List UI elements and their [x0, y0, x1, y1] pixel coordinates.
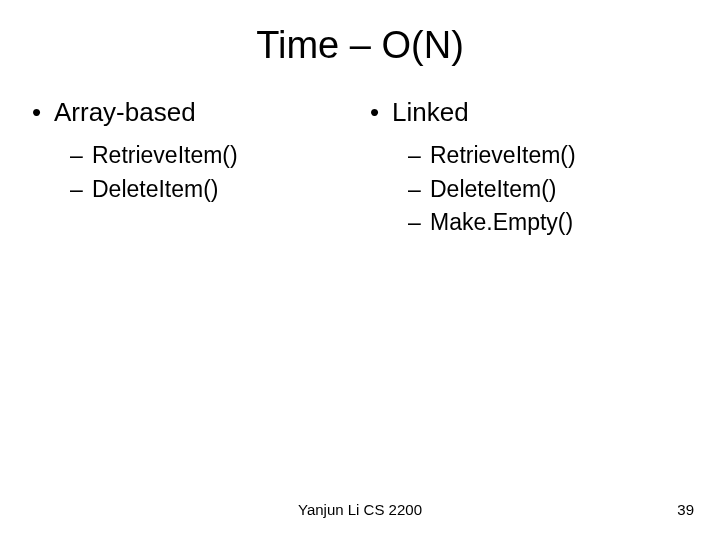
- subitem-text: RetrieveItem(): [92, 142, 238, 169]
- subitem-makeempty-right: – Make.Empty(): [408, 209, 688, 237]
- slide-title: Time – O(N): [0, 0, 720, 91]
- dash-icon: –: [408, 142, 430, 170]
- dash-icon: –: [408, 209, 430, 237]
- heading-array-based: Array-based: [54, 97, 196, 128]
- footer-page-number: 39: [677, 501, 694, 518]
- dash-icon: –: [408, 176, 430, 204]
- subitem-delete-left: – DeleteItem(): [70, 176, 350, 204]
- bullet-dot-icon: •: [370, 97, 392, 125]
- subitem-retrieve-right: – RetrieveItem(): [408, 142, 688, 170]
- dash-icon: –: [70, 176, 92, 204]
- footer-author: Yanjun Li CS 2200: [0, 501, 720, 518]
- subitem-text: DeleteItem(): [92, 176, 219, 203]
- subitem-delete-right: – DeleteItem(): [408, 176, 688, 204]
- column-array-based: • Array-based – RetrieveItem() – DeleteI…: [32, 91, 350, 243]
- bullet-array-based: • Array-based: [32, 97, 350, 128]
- heading-linked: Linked: [392, 97, 469, 128]
- subitem-text: RetrieveItem(): [430, 142, 576, 169]
- subitem-text: DeleteItem(): [430, 176, 557, 203]
- slide: Time – O(N) • Array-based – RetrieveItem…: [0, 0, 720, 540]
- bullet-dot-icon: •: [32, 97, 54, 125]
- subitem-text: Make.Empty(): [430, 209, 573, 236]
- subitem-retrieve-left: – RetrieveItem(): [70, 142, 350, 170]
- dash-icon: –: [70, 142, 92, 170]
- content-columns: • Array-based – RetrieveItem() – DeleteI…: [0, 91, 720, 243]
- bullet-linked: • Linked: [370, 97, 688, 128]
- column-linked: • Linked – RetrieveItem() – DeleteItem()…: [370, 91, 688, 243]
